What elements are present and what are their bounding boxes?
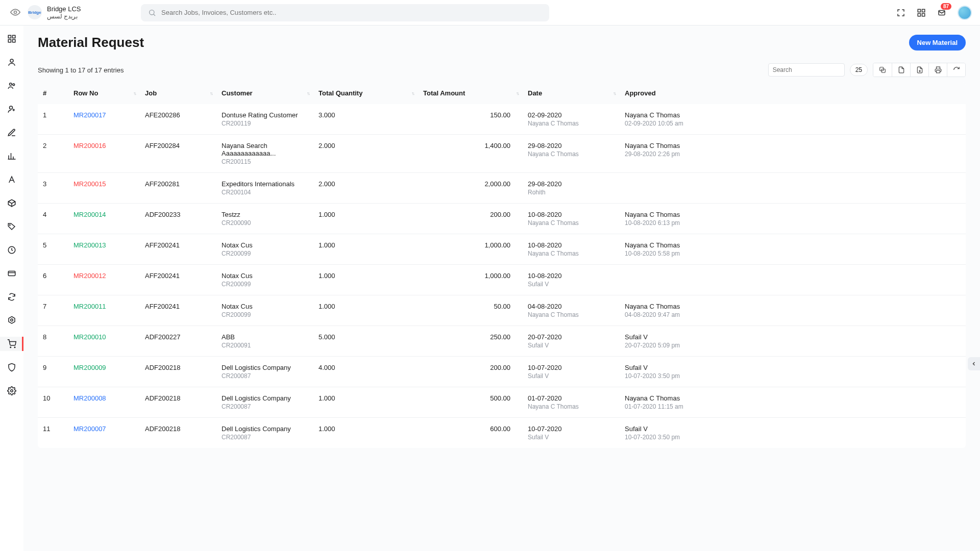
new-material-button[interactable]: New Material <box>909 35 966 51</box>
nav-purchase[interactable] <box>0 337 23 351</box>
nav-tag[interactable] <box>0 219 23 234</box>
nav-edit[interactable] <box>0 126 23 140</box>
cell-amount: 50.00 <box>418 295 523 326</box>
print-icon[interactable] <box>928 63 947 77</box>
cell-date: 04-08-2020Nayana C Thomas <box>523 295 620 326</box>
table-row[interactable]: 6MR200012AFF200241Notax CusCR2000991.000… <box>38 265 966 295</box>
refresh-icon[interactable] <box>947 63 965 77</box>
avatar[interactable] <box>958 6 972 20</box>
cell-job: AFF200281 <box>140 173 216 204</box>
nav-sync[interactable] <box>0 290 23 304</box>
cell-customer: TestzzCR200090 <box>216 204 313 234</box>
cell-row-no[interactable]: MR200011 <box>68 295 140 326</box>
cell-row-no[interactable]: MR200016 <box>68 135 140 173</box>
nav-box[interactable] <box>0 196 23 210</box>
col-qty[interactable]: Total Quantity↑↓ <box>313 82 418 104</box>
cell-row-no[interactable]: MR200017 <box>68 104 140 135</box>
fullscreen-icon[interactable] <box>896 8 905 17</box>
collapse-handle[interactable] <box>968 357 980 370</box>
table-row[interactable]: 5MR200013AFF200241Notax CusCR2000991.000… <box>38 234 966 265</box>
nav-a[interactable] <box>0 172 23 187</box>
apps-icon[interactable] <box>917 8 926 17</box>
col-customer[interactable]: Customer↑↓ <box>216 82 313 104</box>
cell-row-no[interactable]: MR200009 <box>68 357 140 387</box>
table-row[interactable]: 3MR200015AFF200281Expeditors Internation… <box>38 173 966 204</box>
col-job[interactable]: Job↑↓ <box>140 82 216 104</box>
cell-amount: 200.00 <box>418 204 523 234</box>
brand-logo[interactable]: Bridge <box>28 5 42 19</box>
svg-rect-7 <box>8 35 11 38</box>
col-row-no[interactable]: Row No↑↓ <box>68 82 140 104</box>
table-row[interactable]: 7MR200011AFF200241Notax CusCR2000991.000… <box>38 295 966 326</box>
cell-date: 20-07-2020Sufail V <box>523 326 620 357</box>
table-row[interactable]: 10MR200008ADF200218Dell Logistics Compan… <box>38 387 966 418</box>
topbar-actions: 87 <box>896 6 972 20</box>
cell-approved: Nayana C Thomas29-08-2020 2:26 pm <box>620 135 966 173</box>
file-icon[interactable] <box>892 63 910 77</box>
svg-rect-5 <box>922 13 925 16</box>
table-search-input[interactable] <box>768 63 845 77</box>
cell-job: ADF200218 <box>140 357 216 387</box>
nav-settings[interactable] <box>0 384 23 398</box>
cell-qty: 2.000 <box>313 173 418 204</box>
cell-customer: Dell Logistics CompanyCR200087 <box>216 357 313 387</box>
nav-user-add[interactable] <box>0 102 23 116</box>
cell-qty: 1.000 <box>313 387 418 418</box>
search-icon <box>148 9 156 17</box>
cell-row-no[interactable]: MR200015 <box>68 173 140 204</box>
cell-date: 10-08-2020Nayana C Thomas <box>523 204 620 234</box>
global-search <box>141 4 549 21</box>
brand-area: Bridge Bridge LCS بريدج لسس <box>8 5 131 20</box>
cell-qty: 1.000 <box>313 265 418 295</box>
notifications-icon[interactable]: 87 <box>937 8 946 17</box>
notification-badge: 87 <box>941 3 951 10</box>
table-row[interactable]: 8MR200010ADF200227ABBCR2000915.000250.00… <box>38 326 966 357</box>
copy-icon[interactable] <box>873 63 892 77</box>
table-row[interactable]: 11MR200007ADF200218Dell Logistics Compan… <box>38 418 966 448</box>
page-size-select[interactable]: 25 <box>850 64 868 76</box>
sort-icon: ↑↓ <box>210 91 212 96</box>
table-row[interactable]: 9MR200009ADF200218Dell Logistics Company… <box>38 357 966 387</box>
cell-amount: 500.00 <box>418 387 523 418</box>
cell-row-no[interactable]: MR200008 <box>68 387 140 418</box>
svg-rect-8 <box>13 35 15 38</box>
nav-shield[interactable] <box>0 360 23 374</box>
cell-row-no[interactable]: MR200010 <box>68 326 140 357</box>
table-row[interactable]: 2MR200016AFF200284Nayana Search Aaaaaaaa… <box>38 135 966 173</box>
download-icon[interactable] <box>910 63 928 77</box>
nav-reports[interactable] <box>0 149 23 163</box>
cell-job: AFE200286 <box>140 104 216 135</box>
sort-icon: ↑↓ <box>411 91 414 96</box>
svg-point-15 <box>10 224 11 226</box>
nav-hex[interactable] <box>0 313 23 328</box>
col-hash[interactable]: # <box>38 82 68 104</box>
nav-team[interactable] <box>0 79 23 93</box>
col-date[interactable]: Date↑↓ <box>523 82 620 104</box>
cell-row-no[interactable]: MR200012 <box>68 265 140 295</box>
col-approved[interactable]: Approved <box>620 82 966 104</box>
search-input[interactable] <box>141 4 549 21</box>
svg-rect-10 <box>13 40 15 42</box>
cell-qty: 2.000 <box>313 135 418 173</box>
eye-icon[interactable] <box>8 5 22 19</box>
sort-icon: ↑↓ <box>516 91 519 96</box>
table-row[interactable]: 4MR200014ADF200233TestzzCR2000901.000200… <box>38 204 966 234</box>
nav-history[interactable] <box>0 243 23 257</box>
cell-row-no[interactable]: MR200014 <box>68 204 140 234</box>
cell-idx: 8 <box>38 326 68 357</box>
nav-card[interactable] <box>0 266 23 281</box>
topbar: Bridge Bridge LCS بريدج لسس 87 <box>0 0 980 26</box>
nav-dashboard[interactable] <box>0 32 23 46</box>
cell-customer: Dell Logistics CompanyCR200087 <box>216 387 313 418</box>
sort-icon: ↑↓ <box>613 91 616 96</box>
showing-entries-text: Showing 1 to 17 of 17 entries <box>38 66 124 74</box>
cell-row-no[interactable]: MR200007 <box>68 418 140 448</box>
cell-qty: 4.000 <box>313 357 418 387</box>
svg-point-14 <box>10 106 13 109</box>
nav-user[interactable] <box>0 55 23 69</box>
col-amount[interactable]: Total Amount↑↓ <box>418 82 523 104</box>
cell-row-no[interactable]: MR200013 <box>68 234 140 265</box>
table-row[interactable]: 1MR200017AFE200286Dontuse Rating Custome… <box>38 104 966 135</box>
page-title: Material Request <box>38 35 144 51</box>
brand-text: Bridge LCS بريدج لسس <box>47 5 81 20</box>
